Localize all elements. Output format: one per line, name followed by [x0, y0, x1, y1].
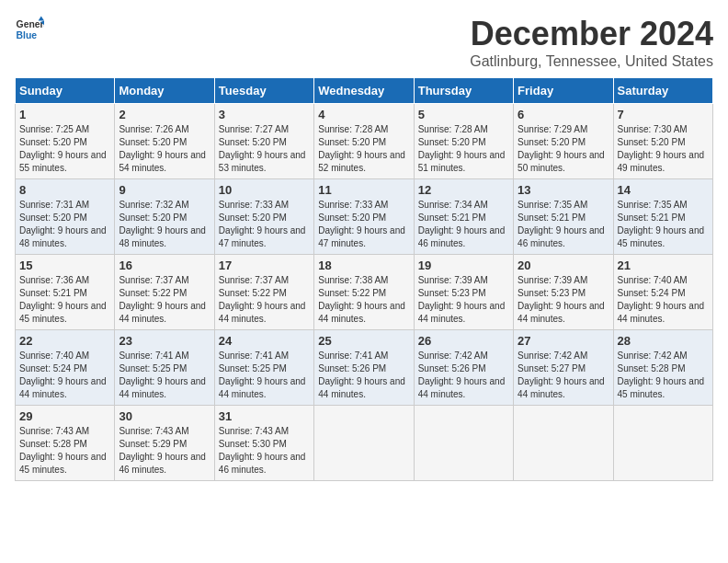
day-number: 15 [19, 259, 110, 272]
svg-text:General: General [17, 19, 44, 29]
calendar-week-row: 22Sunrise: 7:40 AMSunset: 5:24 PMDayligh… [16, 330, 713, 406]
calendar-cell: 1Sunrise: 7:25 AMSunset: 5:20 PMDaylight… [16, 104, 115, 179]
day-number: 6 [518, 108, 609, 121]
day-number: 27 [518, 334, 609, 348]
header-day-tuesday: Tuesday [214, 78, 313, 104]
day-info: Sunrise: 7:30 AMSunset: 5:20 PMDaylight:… [618, 124, 705, 173]
calendar-cell: 2Sunrise: 7:26 AMSunset: 5:20 PMDaylight… [115, 104, 214, 179]
day-number: 17 [219, 259, 310, 272]
day-info: Sunrise: 7:29 AMSunset: 5:20 PMDaylight:… [518, 124, 605, 173]
calendar-cell: 25Sunrise: 7:41 AMSunset: 5:26 PMDayligh… [314, 330, 414, 406]
day-info: Sunrise: 7:42 AMSunset: 5:26 PMDaylight:… [418, 350, 506, 399]
day-info: Sunrise: 7:41 AMSunset: 5:26 PMDaylight:… [318, 350, 405, 399]
header-day-friday: Friday [514, 78, 613, 104]
header-day-saturday: Saturday [613, 78, 712, 104]
day-number: 18 [318, 259, 409, 272]
day-number: 28 [618, 334, 709, 348]
day-number: 3 [219, 108, 310, 121]
day-number: 4 [318, 108, 409, 121]
day-info: Sunrise: 7:27 AMSunset: 5:20 PMDaylight:… [219, 124, 306, 173]
calendar-cell: 22Sunrise: 7:40 AMSunset: 5:24 PMDayligh… [16, 330, 115, 406]
day-info: Sunrise: 7:42 AMSunset: 5:27 PMDaylight:… [518, 350, 605, 399]
day-info: Sunrise: 7:28 AMSunset: 5:20 PMDaylight:… [318, 124, 405, 173]
calendar-cell [514, 406, 613, 481]
svg-text:Blue: Blue [17, 30, 38, 40]
day-info: Sunrise: 7:38 AMSunset: 5:22 PMDaylight:… [318, 275, 405, 324]
header-day-sunday: Sunday [16, 78, 115, 104]
day-info: Sunrise: 7:26 AMSunset: 5:20 PMDaylight:… [119, 124, 206, 173]
calendar-cell: 21Sunrise: 7:40 AMSunset: 5:24 PMDayligh… [613, 255, 712, 330]
day-number: 19 [418, 259, 509, 272]
day-number: 8 [19, 183, 110, 197]
day-info: Sunrise: 7:42 AMSunset: 5:28 PMDaylight:… [618, 350, 705, 399]
day-info: Sunrise: 7:28 AMSunset: 5:20 PMDaylight:… [418, 124, 506, 173]
day-info: Sunrise: 7:32 AMSunset: 5:20 PMDaylight:… [119, 200, 206, 248]
day-number: 5 [418, 108, 509, 121]
day-info: Sunrise: 7:41 AMSunset: 5:25 PMDaylight:… [219, 350, 306, 399]
day-info: Sunrise: 7:25 AMSunset: 5:20 PMDaylight:… [19, 124, 107, 173]
day-info: Sunrise: 7:41 AMSunset: 5:25 PMDaylight:… [119, 350, 206, 399]
day-info: Sunrise: 7:33 AMSunset: 5:20 PMDaylight:… [318, 200, 405, 248]
day-info: Sunrise: 7:31 AMSunset: 5:20 PMDaylight:… [19, 200, 107, 248]
calendar-cell: 17Sunrise: 7:37 AMSunset: 5:22 PMDayligh… [214, 255, 313, 330]
day-number: 22 [19, 334, 110, 348]
calendar-cell: 24Sunrise: 7:41 AMSunset: 5:25 PMDayligh… [214, 330, 313, 406]
calendar-cell: 27Sunrise: 7:42 AMSunset: 5:27 PMDayligh… [514, 330, 613, 406]
calendar-cell: 11Sunrise: 7:33 AMSunset: 5:20 PMDayligh… [314, 179, 414, 255]
calendar-cell: 18Sunrise: 7:38 AMSunset: 5:22 PMDayligh… [314, 255, 414, 330]
header-day-thursday: Thursday [414, 78, 513, 104]
calendar-cell: 4Sunrise: 7:28 AMSunset: 5:20 PMDaylight… [314, 104, 414, 179]
day-info: Sunrise: 7:40 AMSunset: 5:24 PMDaylight:… [618, 275, 705, 324]
day-number: 25 [318, 334, 409, 348]
day-number: 7 [618, 108, 709, 121]
day-number: 21 [618, 259, 709, 272]
calendar-cell: 14Sunrise: 7:35 AMSunset: 5:21 PMDayligh… [613, 179, 712, 255]
day-number: 1 [19, 108, 110, 121]
day-number: 10 [219, 183, 310, 197]
day-info: Sunrise: 7:35 AMSunset: 5:21 PMDaylight:… [518, 200, 605, 248]
day-number: 14 [618, 183, 709, 197]
calendar-cell: 8Sunrise: 7:31 AMSunset: 5:20 PMDaylight… [16, 179, 115, 255]
calendar-cell: 30Sunrise: 7:43 AMSunset: 5:29 PMDayligh… [115, 406, 214, 481]
calendar-cell: 29Sunrise: 7:43 AMSunset: 5:28 PMDayligh… [16, 406, 115, 481]
day-info: Sunrise: 7:39 AMSunset: 5:23 PMDaylight:… [418, 275, 506, 324]
day-number: 16 [119, 259, 210, 272]
calendar-cell: 13Sunrise: 7:35 AMSunset: 5:21 PMDayligh… [514, 179, 613, 255]
calendar-cell: 20Sunrise: 7:39 AMSunset: 5:23 PMDayligh… [514, 255, 613, 330]
day-info: Sunrise: 7:39 AMSunset: 5:23 PMDaylight:… [518, 275, 605, 324]
day-number: 29 [19, 409, 110, 423]
day-info: Sunrise: 7:36 AMSunset: 5:21 PMDaylight:… [19, 275, 107, 324]
day-number: 11 [318, 183, 409, 197]
title-section: December 2024 Gatlinburg, Tennessee, Uni… [470, 15, 713, 70]
day-number: 12 [418, 183, 509, 197]
day-info: Sunrise: 7:37 AMSunset: 5:22 PMDaylight:… [119, 275, 206, 324]
day-number: 24 [219, 334, 310, 348]
header-day-monday: Monday [115, 78, 214, 104]
day-number: 26 [418, 334, 509, 348]
location-title: Gatlinburg, Tennessee, United States [470, 53, 713, 70]
calendar-cell: 7Sunrise: 7:30 AMSunset: 5:20 PMDaylight… [613, 104, 712, 179]
calendar-cell: 15Sunrise: 7:36 AMSunset: 5:21 PMDayligh… [16, 255, 115, 330]
calendar-cell: 28Sunrise: 7:42 AMSunset: 5:28 PMDayligh… [613, 330, 712, 406]
logo: General Blue [15, 15, 44, 44]
calendar-cell [314, 406, 414, 481]
day-number: 23 [119, 334, 210, 348]
day-number: 30 [119, 409, 210, 423]
day-info: Sunrise: 7:43 AMSunset: 5:30 PMDaylight:… [219, 426, 306, 475]
month-title: December 2024 [470, 15, 713, 53]
day-info: Sunrise: 7:33 AMSunset: 5:20 PMDaylight:… [219, 200, 306, 248]
day-number: 13 [518, 183, 609, 197]
svg-marker-2 [39, 17, 44, 21]
day-number: 9 [119, 183, 210, 197]
day-info: Sunrise: 7:40 AMSunset: 5:24 PMDaylight:… [19, 350, 107, 399]
day-number: 31 [219, 409, 310, 423]
day-info: Sunrise: 7:34 AMSunset: 5:21 PMDaylight:… [418, 200, 506, 248]
calendar-cell [613, 406, 712, 481]
calendar-cell: 31Sunrise: 7:43 AMSunset: 5:30 PMDayligh… [214, 406, 313, 481]
calendar-cell: 9Sunrise: 7:32 AMSunset: 5:20 PMDaylight… [115, 179, 214, 255]
calendar-cell: 3Sunrise: 7:27 AMSunset: 5:20 PMDaylight… [214, 104, 313, 179]
day-info: Sunrise: 7:37 AMSunset: 5:22 PMDaylight:… [219, 275, 306, 324]
day-info: Sunrise: 7:43 AMSunset: 5:28 PMDaylight:… [19, 426, 107, 475]
calendar-table: SundayMondayTuesdayWednesdayThursdayFrid… [15, 77, 713, 481]
calendar-cell: 23Sunrise: 7:41 AMSunset: 5:25 PMDayligh… [115, 330, 214, 406]
